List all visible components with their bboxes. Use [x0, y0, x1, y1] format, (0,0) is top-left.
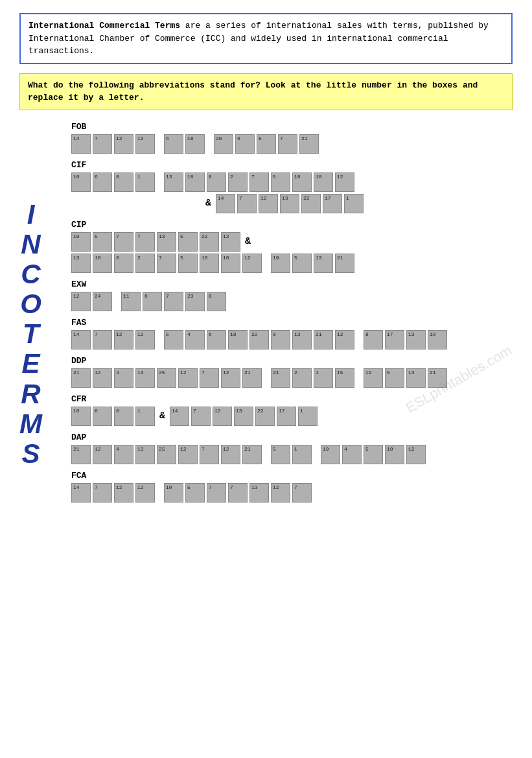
number-box: 18	[228, 330, 248, 349]
number-box: 14	[71, 483, 91, 503]
sidebar-letter-s: S	[21, 439, 40, 469]
ampersand-symbol: &	[159, 410, 165, 421]
number-box: 7	[114, 232, 133, 252]
number-box: 24	[93, 292, 112, 311]
number-box: 5	[385, 368, 404, 388]
number-box: 5	[271, 172, 290, 192]
number-box: 21	[428, 368, 447, 388]
number-box: 6	[207, 330, 226, 349]
number-box: 12	[114, 483, 133, 503]
number-box: 5	[185, 483, 205, 503]
number-box: 13	[406, 368, 426, 388]
number-box: 7	[207, 483, 226, 503]
number-box: 18	[93, 254, 112, 273]
sidebar-letters: INCOTERMS	[19, 200, 42, 469]
section-label: FCA	[71, 471, 447, 480]
number-box: 22	[301, 194, 321, 213]
number-box: 12	[213, 407, 232, 426]
section-label: CIF	[71, 160, 447, 170]
number-box: 7	[93, 134, 112, 154]
number-box: 8	[207, 172, 226, 192]
instruction-box: What do the following abbreviations stan…	[19, 73, 513, 110]
number-box: 12	[71, 292, 91, 311]
number-box: 5	[93, 232, 112, 252]
number-box: 7	[157, 254, 176, 273]
number-box: 12	[178, 368, 198, 388]
number-box: 13	[71, 254, 91, 273]
number-box: 13	[135, 445, 155, 464]
number-box: 6	[93, 172, 112, 192]
number-box: 14	[71, 134, 91, 154]
number-box: 21	[271, 368, 290, 388]
number-box: 1	[292, 445, 312, 464]
number-box: 12	[135, 134, 155, 154]
number-box: 10	[385, 445, 404, 464]
section-cif: CIF1068113188275181012&147121322171	[71, 160, 447, 213]
ampersand-symbol: &	[205, 198, 211, 209]
number-box: 1	[135, 172, 155, 192]
number-box: 19	[321, 445, 340, 464]
number-box: 7	[228, 483, 248, 503]
number-box: 14	[71, 330, 91, 349]
number-box: 13	[280, 194, 299, 213]
boxes-row: 14712126182065721	[71, 134, 447, 154]
number-box: 12	[221, 445, 240, 464]
number-box: 12	[93, 368, 112, 388]
boxes-row: 10681&147121322171	[71, 407, 447, 426]
number-box: 12	[335, 330, 354, 349]
number-box: 19	[271, 254, 290, 273]
number-box: 12	[221, 232, 240, 252]
number-box: 5	[257, 134, 276, 154]
number-box: 21	[314, 330, 333, 349]
instruction-text: What do the following abbreviations stan…	[28, 80, 478, 103]
section-fob: FOB14712126182065721	[71, 122, 447, 154]
number-box: 12	[178, 445, 198, 464]
number-box: 5	[364, 445, 383, 464]
number-box: 2	[292, 368, 312, 388]
number-box: 2	[228, 172, 248, 192]
number-box: 14	[170, 407, 189, 426]
boxes-row: 1068113188275181012	[71, 172, 447, 192]
boxes-row: 12241167238	[71, 292, 447, 311]
sidebar-letter-t: T	[23, 319, 40, 349]
section-ddp: DDP21124132512712212121151951321	[71, 356, 447, 388]
number-box: 21	[242, 368, 262, 388]
number-box: 13	[234, 407, 253, 426]
number-box: 8	[364, 330, 383, 349]
section-cip: CIP105771352212&131882751810121951321	[71, 220, 447, 273]
number-box: 12	[242, 254, 262, 273]
section-label: FAS	[71, 318, 447, 327]
number-box: 7	[292, 483, 312, 503]
boxes-row: 21124132512712215119451012	[71, 445, 447, 464]
boxes-row: 105771352212&	[71, 232, 447, 252]
number-box: 12	[135, 483, 155, 503]
number-box: 17	[385, 330, 404, 349]
boxes-row: 1471212546182281321128171319	[71, 330, 447, 349]
number-box: 5	[178, 254, 198, 273]
number-box: 21	[71, 368, 91, 388]
section-label: EXW	[71, 279, 447, 289]
main-content: FOB14712126182065721CIF10681131882751810…	[71, 122, 447, 509]
section-fas: FAS1471212546182281321128171319	[71, 318, 447, 349]
sidebar-letter-o: O	[20, 289, 41, 319]
number-box: 13	[164, 172, 183, 192]
number-box: 17	[323, 194, 342, 213]
number-box: 7	[200, 445, 219, 464]
number-box: 18	[185, 172, 205, 192]
number-box: 12	[271, 483, 290, 503]
number-box: 1	[314, 368, 333, 388]
info-box: International Commercial Terms are a ser…	[19, 13, 513, 64]
number-box: 12	[406, 445, 426, 464]
number-box: 8	[114, 254, 133, 273]
boxes-row: &147121322171	[71, 194, 447, 213]
section-label: FOB	[71, 122, 447, 132]
boxes-row: 21124132512712212121151951321	[71, 368, 447, 388]
number-box: 7	[200, 368, 219, 388]
section-exw: EXW12241167238	[71, 279, 447, 311]
number-box: 1	[135, 407, 155, 426]
number-box: 20	[214, 134, 233, 154]
number-box: 4	[114, 368, 133, 388]
number-box: 11	[121, 292, 141, 311]
sidebar-letter-m: M	[19, 409, 42, 439]
section-label: CFR	[71, 394, 447, 404]
